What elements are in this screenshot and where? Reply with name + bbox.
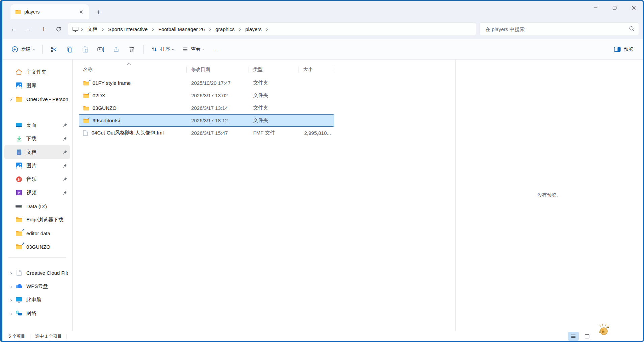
sidebar-item-editor-data[interactable]: ↗ editor data <box>4 226 70 240</box>
sort-icon <box>151 47 157 52</box>
sidebar-item-videos[interactable]: 视频 <box>4 186 70 199</box>
tab-players[interactable]: players <box>10 4 89 19</box>
selected-count: 选中 1 个项目 <box>35 333 62 339</box>
address-bar: ← → ↑ › 文档 › Sports Interactive › Footba… <box>2 19 643 39</box>
breadcrumb-sports-interactive[interactable]: Sports Interactive <box>105 25 151 34</box>
chevron-right-icon: › <box>7 284 15 289</box>
monitor-icon <box>72 26 79 32</box>
tab-close-button[interactable] <box>77 7 85 16</box>
sort-button[interactable]: 排序 › <box>148 42 177 56</box>
sidebar-item-creative-cloud[interactable]: › Creative Cloud Files <box>4 266 70 279</box>
folder-shortcut-icon: ↗ <box>15 230 23 236</box>
details-view-button[interactable] <box>568 332 579 341</box>
sidebar-item-wps-cloud[interactable]: › WPS云盘 <box>4 279 70 293</box>
breadcrumb-players[interactable]: players <box>242 25 264 34</box>
music-icon <box>15 176 23 182</box>
forward-button[interactable]: → <box>21 22 36 36</box>
preview-empty-text: 没有预览。 <box>538 192 561 198</box>
chevron-right-icon: › <box>265 26 269 32</box>
folder-shortcut-icon: ↗ <box>83 118 89 123</box>
sync-arrow-icon: ↗ <box>88 93 91 95</box>
sidebar-item-documents[interactable]: 文档 <box>4 145 70 159</box>
share-button[interactable] <box>109 42 124 56</box>
maximize-button[interactable] <box>605 1 624 15</box>
sidebar-item-music[interactable]: 音乐 <box>4 172 70 186</box>
maximize-icon <box>613 6 617 10</box>
file-row[interactable]: ↗ 01FY style frame 2025/10/20 17:47 文件夹 <box>79 77 334 89</box>
minimize-button[interactable] <box>586 1 605 15</box>
new-tab-button[interactable]: + <box>93 6 104 18</box>
back-button[interactable]: ← <box>6 22 21 36</box>
command-toolbar: 新建 › 排序 › 查看 › <box>2 39 643 60</box>
cut-button[interactable] <box>47 42 61 56</box>
chevron-right-icon: › <box>238 26 242 32</box>
plus-icon: + <box>97 8 101 16</box>
large-icons-view-button[interactable] <box>582 332 592 341</box>
file-row[interactable]: 04Cut-Out风格随机人头像包.fmf 2026/3/17 15:47 FM… <box>79 127 334 139</box>
copy-button[interactable] <box>62 42 77 56</box>
file-type: FMF 文件 <box>249 130 299 136</box>
sidebar-item-downloads[interactable]: 下载 <box>4 132 70 145</box>
view-button[interactable]: 查看 › <box>178 42 208 56</box>
preview-pane: 没有预览。 <box>455 60 643 331</box>
sidebar-item-drive-d[interactable]: Data (D:) <box>4 199 70 213</box>
view-label: 查看 <box>191 46 201 52</box>
chevron-right-icon: › <box>208 26 212 32</box>
up-icon: ↑ <box>42 25 45 33</box>
view-list-icon <box>182 47 188 52</box>
tab-bar: players + <box>2 1 643 19</box>
paste-button[interactable] <box>78 42 93 56</box>
rename-button[interactable] <box>93 42 108 56</box>
column-header-date[interactable]: 修改日期 <box>187 64 249 75</box>
folder-shortcut-icon: ↗ <box>15 244 23 249</box>
sidebar-item-gallery[interactable]: 图库 <box>4 79 70 92</box>
share-icon <box>113 46 120 52</box>
chevron-down-icon: › <box>201 49 206 50</box>
file-row[interactable]: 03GUNZO 2026/3/17 13:14 文件夹 <box>79 102 334 114</box>
new-button[interactable]: 新建 › <box>8 42 38 56</box>
delete-button[interactable] <box>124 42 139 56</box>
file-size: 2,995,810... <box>299 130 334 136</box>
folder-icon <box>15 96 23 102</box>
sidebar-item-pictures[interactable]: 图片 <box>4 159 70 172</box>
sync-arrow-icon: ↗ <box>22 242 25 246</box>
breadcrumb-graphics[interactable]: graphics <box>212 25 238 34</box>
sidebar-item-this-pc[interactable]: › 此电脑 <box>4 293 70 307</box>
mascot-overlay-icon[interactable]: ps <box>597 322 611 338</box>
sidebar-item-home[interactable]: 主文件夹 <box>4 65 70 79</box>
column-header-size[interactable]: 大小 <box>299 64 334 75</box>
rename-icon <box>97 46 104 52</box>
more-options-button[interactable]: … <box>209 42 224 56</box>
column-header-name[interactable]: 名称 <box>79 64 187 75</box>
up-button[interactable]: ↑ <box>36 22 51 36</box>
breadcrumb-football-manager-26[interactable]: Football Manager 26 <box>155 25 208 34</box>
sidebar-item-03gunzo[interactable]: ↗ 03GUNZO <box>4 240 70 253</box>
preview-pane-icon <box>614 47 621 52</box>
close-icon <box>632 6 636 10</box>
chevron-right-icon: › <box>101 26 105 32</box>
file-list: 名称 修改日期 类型 大小 ↗ 01FY style frame 2025/10… <box>73 60 455 331</box>
folder-icon <box>83 106 89 111</box>
file-date: 2026/3/17 15:47 <box>187 130 249 136</box>
pictures-icon <box>15 162 23 169</box>
cloud-icon <box>15 284 23 289</box>
column-header-type[interactable]: 类型 <box>249 64 299 75</box>
preview-toggle-button[interactable]: 预览 <box>610 42 637 56</box>
sidebar-item-desktop[interactable]: 桌面 <box>4 118 70 132</box>
file-row[interactable]: ↗ 02DX 2026/3/17 13:02 文件夹 <box>79 89 334 102</box>
search-input[interactable] <box>480 22 639 36</box>
file-type: 文件夹 <box>249 117 299 124</box>
trash-icon <box>129 46 134 52</box>
sidebar-item-onedrive[interactable]: › OneDrive - Personal <box>4 92 70 106</box>
sidebar-item-network[interactable]: › 网络 <box>4 307 70 320</box>
file-row-selected[interactable]: ↗ 99sortitoutsi 2026/3/17 18:12 文件夹 <box>79 114 334 127</box>
close-window-button[interactable] <box>624 1 643 15</box>
sidebar-item-edge-downloads[interactable]: Edge浏览器下载 <box>4 213 70 226</box>
breadcrumb-documents[interactable]: 文档 <box>84 24 101 34</box>
refresh-button[interactable] <box>51 22 66 36</box>
download-icon <box>15 136 23 142</box>
window-controls <box>586 1 643 15</box>
file-name: 02DX <box>93 93 105 98</box>
chevron-down-icon: › <box>171 49 176 50</box>
status-divider <box>30 334 30 339</box>
